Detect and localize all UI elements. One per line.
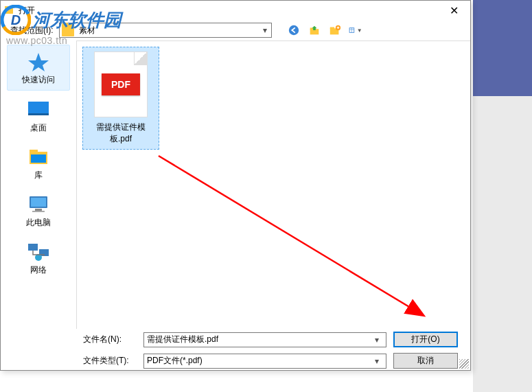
svg-rect-19 (31, 154, 46, 163)
sidebar-item-desktop[interactable]: 桌面 (7, 93, 70, 138)
app-icon (3, 5, 14, 16)
svg-rect-24 (28, 244, 38, 251)
svg-rect-16 (28, 113, 49, 115)
sidebar-item-thispc[interactable]: 此电脑 (7, 188, 70, 233)
toolbar-icons: ▼ (287, 23, 362, 37)
svg-rect-23 (32, 211, 45, 212)
background-lower (473, 96, 532, 392)
libraries-icon (25, 146, 51, 167)
file-thumbnail: PDF (94, 51, 148, 117)
dialog-title: 打开 (19, 5, 35, 16)
background-strip (473, 0, 532, 392)
sidebar-item-libraries[interactable]: 库 (7, 141, 70, 185)
svg-rect-22 (35, 209, 42, 211)
close-button[interactable]: ✕ (440, 1, 467, 20)
sidebar-item-network[interactable]: 网络 (7, 235, 70, 280)
open-file-dialog: D 河东软件园 www.pc03.ttn 打开 ✕ 查找范围(I): 素材 ▾ (0, 0, 471, 371)
filename-combo[interactable]: 需提供证件模板.pdf ▾ (143, 332, 386, 347)
filename-label: 文件名(N): (83, 334, 137, 345)
filetype-combo[interactable]: PDF文件(*.pdf) ▾ (143, 354, 386, 369)
sidebar-item-label: 库 (34, 170, 43, 181)
filetype-value: PDF文件(*.pdf) (147, 355, 203, 367)
svg-point-5 (288, 25, 298, 35)
chevron-down-icon: ▾ (371, 354, 383, 368)
file-list-area[interactable]: PDF 需提供证件模板.pdf (76, 41, 470, 329)
svg-marker-14 (28, 53, 49, 71)
filename-value: 需提供证件模板.pdf (147, 334, 218, 345)
resize-grip[interactable] (459, 359, 469, 369)
up-folder-icon[interactable] (308, 23, 321, 37)
thispc-icon (25, 194, 51, 214)
bottom-controls: 文件名(N): 需提供证件模板.pdf ▾ 打开(O) 文件类型(T): PDF… (1, 329, 470, 382)
close-icon: ✕ (450, 4, 459, 17)
file-name-label: 需提供证件模板.pdf (86, 122, 156, 145)
svg-rect-3 (5, 8, 13, 14)
chevron-down-icon: ▾ (371, 333, 383, 347)
filetype-label: 文件类型(T): (83, 355, 137, 367)
new-folder-icon[interactable] (328, 23, 342, 37)
lookin-folder-name: 素材 (76, 25, 259, 36)
file-item[interactable]: PDF 需提供证件模板.pdf (82, 47, 159, 150)
network-icon (25, 241, 51, 262)
main-area: 快速访问 桌面 库 此电脑 (1, 41, 470, 329)
desktop-icon (25, 99, 51, 119)
back-icon[interactable] (287, 23, 301, 37)
lookin-combo[interactable]: 素材 ▾ (59, 23, 272, 38)
view-menu-icon[interactable]: ▼ (349, 23, 362, 37)
svg-rect-21 (31, 198, 46, 207)
svg-rect-9 (329, 27, 334, 30)
sidebar-item-label: 桌面 (30, 122, 47, 134)
sidebar-item-label: 快速访问 (22, 74, 55, 86)
toolbar: 查找范围(I): 素材 ▾ ▼ (1, 20, 470, 41)
cancel-button[interactable]: 取消 (393, 353, 458, 369)
lookin-label: 查找范围(I): (10, 25, 54, 36)
places-sidebar: 快速访问 桌面 库 此电脑 (1, 41, 76, 329)
sidebar-item-label: 此电脑 (26, 217, 51, 229)
svg-rect-4 (5, 6, 9, 8)
sidebar-item-label: 网络 (30, 264, 47, 276)
svg-rect-18 (30, 150, 38, 153)
sidebar-item-quickaccess[interactable]: 快速访问 (7, 45, 70, 91)
titlebar: 打开 ✕ (1, 1, 470, 20)
chevron-down-icon: ▾ (259, 23, 271, 37)
pdf-badge: PDF (102, 73, 140, 95)
quickaccess-icon (25, 51, 51, 71)
folder-icon (62, 24, 74, 36)
open-button[interactable]: 打开(O) (393, 332, 458, 347)
